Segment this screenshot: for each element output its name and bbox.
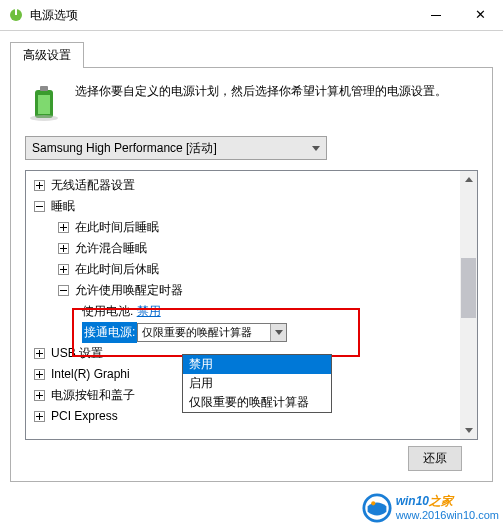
header-description: 选择你要自定义的电源计划，然后选择你希望计算机管理的电源设置。 <box>75 82 447 100</box>
plugged-in-dropdown[interactable]: 禁用 启用 仅限重要的唤醒计算器 <box>182 354 332 413</box>
on-battery-value[interactable]: 禁用 <box>137 304 161 318</box>
arrow-up-icon <box>465 177 473 182</box>
watermark-url: www.2016win10.com <box>396 509 499 521</box>
chevron-down-icon <box>275 330 283 335</box>
expand-icon[interactable] <box>58 264 69 275</box>
on-battery-label[interactable]: 使用电池: 禁用 <box>82 301 161 322</box>
scroll-track[interactable] <box>460 188 477 422</box>
power-plan-value: Samsung High Performance [活动] <box>32 140 217 157</box>
power-icon <box>8 7 24 23</box>
tree-item-usb[interactable]: USB 设置 <box>51 343 103 364</box>
battery-plan-icon <box>25 82 65 122</box>
dropdown-option-important[interactable]: 仅限重要的唤醒计算器 <box>183 393 331 412</box>
power-plan-select[interactable]: Samsung High Performance [活动] <box>25 136 327 160</box>
tree-scrollbar[interactable] <box>460 171 477 439</box>
svg-point-7 <box>371 501 375 505</box>
tree-item-hibernate-after[interactable]: 在此时间后休眠 <box>75 259 159 280</box>
expand-icon[interactable] <box>34 369 45 380</box>
expand-icon[interactable] <box>58 222 69 233</box>
chevron-down-icon <box>312 146 320 151</box>
svg-rect-4 <box>38 95 50 114</box>
svg-point-5 <box>30 115 58 121</box>
expand-icon[interactable] <box>34 180 45 191</box>
tree-item-sleep-after[interactable]: 在此时间后睡眠 <box>75 217 159 238</box>
svg-rect-3 <box>40 86 48 91</box>
expand-icon[interactable] <box>58 243 69 254</box>
dropdown-option-disable[interactable]: 禁用 <box>183 355 331 374</box>
watermark-logo-icon <box>362 493 392 523</box>
tree-item-intel[interactable]: Intel(R) Graphi <box>51 364 130 385</box>
arrow-down-icon <box>465 428 473 433</box>
scroll-thumb[interactable] <box>461 258 476 318</box>
expand-icon[interactable] <box>34 411 45 422</box>
tab-advanced[interactable]: 高级设置 <box>10 42 84 68</box>
expand-icon[interactable] <box>34 348 45 359</box>
collapse-icon[interactable] <box>58 285 69 296</box>
tree-item-pci[interactable]: PCI Express <box>51 406 118 427</box>
scroll-up-button[interactable] <box>460 171 477 188</box>
collapse-icon[interactable] <box>34 201 45 212</box>
expand-icon[interactable] <box>34 390 45 401</box>
plugged-in-combo[interactable]: 仅限重要的唤醒计算器 <box>137 323 287 342</box>
tree-item-buttons-lid[interactable]: 电源按钮和盖子 <box>51 385 135 406</box>
plugged-in-value: 仅限重要的唤醒计算器 <box>142 322 252 343</box>
restore-defaults-button[interactable]: 还原 <box>408 446 462 471</box>
minimize-button[interactable] <box>413 0 458 30</box>
tree-item-wireless[interactable]: 无线适配器设置 <box>51 175 135 196</box>
svg-rect-1 <box>15 9 17 15</box>
combo-dropdown-button[interactable] <box>270 324 286 341</box>
scroll-down-button[interactable] <box>460 422 477 439</box>
advanced-pane: 选择你要自定义的电源计划，然后选择你希望计算机管理的电源设置。 Samsung … <box>10 67 493 482</box>
tree-item-sleep[interactable]: 睡眠 <box>51 196 75 217</box>
window-titlebar: 电源选项 ✕ <box>0 0 503 31</box>
tree-item-hybrid[interactable]: 允许混合睡眠 <box>75 238 147 259</box>
plugged-in-label[interactable]: 接通电源: <box>82 322 137 343</box>
window-title: 电源选项 <box>30 7 413 24</box>
settings-tree[interactable]: 无线适配器设置 睡眠 在此时间后睡眠 允许混合睡眠 <box>25 170 478 440</box>
tree-item-wake-timers[interactable]: 允许使用唤醒定时器 <box>75 280 183 301</box>
close-button[interactable]: ✕ <box>458 0 503 30</box>
dropdown-option-enable[interactable]: 启用 <box>183 374 331 393</box>
watermark: win10之家 www.2016win10.com <box>362 491 499 525</box>
